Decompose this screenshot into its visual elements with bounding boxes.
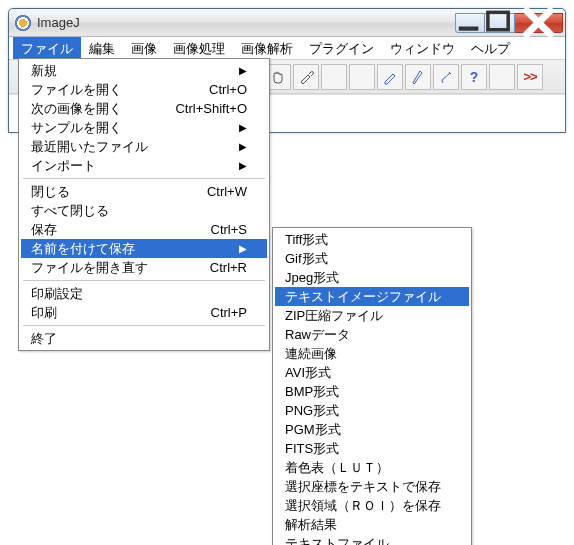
minimize-button[interactable] [455, 13, 485, 33]
menu-item-label: すべて閉じる [31, 202, 247, 220]
tool-help[interactable]: ? [461, 64, 487, 90]
menu-image-label: 画像 [131, 41, 157, 56]
menu-separator [23, 280, 265, 281]
menu-window-label: ウィンドウ [390, 41, 455, 56]
saveas-xy[interactable]: 選択座標をテキストで保存 [275, 477, 469, 496]
saveas-text[interactable]: テキストファイル [275, 534, 469, 545]
menu-edit[interactable]: 編集 [81, 37, 123, 59]
menu-analyze-label: 画像解析 [241, 41, 293, 56]
menu-file-label: ファイル [21, 41, 73, 56]
saveas-png[interactable]: PNG形式 [275, 401, 469, 420]
file-menu: 新規 ▶ ファイルを開く Ctrl+O 次の画像を開く Ctrl+Shift+O… [18, 58, 270, 351]
menu-analyze[interactable]: 画像解析 [233, 37, 301, 59]
tool-pencil[interactable] [377, 64, 403, 90]
tool-spray[interactable] [433, 64, 459, 90]
maximize-button[interactable] [485, 13, 515, 33]
menu-window[interactable]: ウィンドウ [382, 37, 463, 59]
menu-item-recent[interactable]: 最近開いたファイル ▶ [21, 137, 267, 156]
menu-item-label: 新規 [31, 62, 229, 80]
maximize-icon [485, 8, 514, 37]
menu-item-open-sample[interactable]: サンプルを開く ▶ [21, 118, 267, 137]
menu-item-open[interactable]: ファイルを開く Ctrl+O [21, 80, 267, 99]
menu-plugins[interactable]: プラグイン [301, 37, 382, 59]
menu-process-label: 画像処理 [173, 41, 225, 56]
menu-item-label: 着色表（ＬＵＴ） [285, 459, 449, 477]
menu-item-label: 閉じる [31, 183, 187, 201]
menu-item-label: AVI形式 [285, 364, 449, 382]
menu-image[interactable]: 画像 [123, 37, 165, 59]
window-title: ImageJ [37, 15, 455, 30]
menu-item-print[interactable]: 印刷 Ctrl+P [21, 303, 267, 322]
menu-shortcut: Ctrl+W [207, 184, 247, 199]
menu-item-label: 最近開いたファイル [31, 138, 229, 156]
app-icon [15, 15, 31, 31]
menu-shortcut: Ctrl+Shift+O [175, 101, 247, 116]
saveas-results[interactable]: 解析結果 [275, 515, 469, 534]
menu-item-new[interactable]: 新規 ▶ [21, 61, 267, 80]
menu-item-label: Gif形式 [285, 250, 449, 268]
menu-item-label: 印刷設定 [31, 285, 247, 303]
menu-item-quit[interactable]: 終了 [21, 329, 267, 348]
menu-item-label: Tiff形式 [285, 231, 449, 249]
menu-item-label: 次の画像を開く [31, 100, 155, 118]
menu-item-label: 保存 [31, 221, 191, 239]
saveas-zip[interactable]: ZIP圧縮ファイル [275, 306, 469, 325]
saveas-sequence[interactable]: 連続画像 [275, 344, 469, 363]
menu-item-label: 選択座標をテキストで保存 [285, 478, 449, 496]
tool-dropper[interactable] [293, 64, 319, 90]
tool-brush[interactable] [405, 64, 431, 90]
saveas-jpeg[interactable]: Jpeg形式 [275, 268, 469, 287]
tool-more[interactable]: >> [517, 64, 543, 90]
brush-icon [410, 69, 426, 85]
saveas-pgm[interactable]: PGM形式 [275, 420, 469, 439]
menu-shortcut: Ctrl+P [211, 305, 247, 320]
close-button[interactable] [515, 13, 563, 33]
menu-shortcut: Ctrl+S [211, 222, 247, 237]
menu-process[interactable]: 画像処理 [165, 37, 233, 59]
saveas-lut[interactable]: 着色表（ＬＵＴ） [275, 458, 469, 477]
menu-item-label: テキストイメージファイル [285, 288, 449, 306]
saveas-text-image[interactable]: テキストイメージファイル [275, 287, 469, 306]
saveas-tiff[interactable]: Tiff形式 [275, 230, 469, 249]
menu-item-open-next[interactable]: 次の画像を開く Ctrl+Shift+O [21, 99, 267, 118]
menu-item-revert[interactable]: ファイルを開き直す Ctrl+R [21, 258, 267, 277]
menu-item-label: サンプルを開く [31, 119, 229, 137]
saveas-gif[interactable]: Gif形式 [275, 249, 469, 268]
pencil-icon [382, 69, 398, 85]
submenu-arrow-icon: ▶ [239, 141, 247, 152]
saveas-roi[interactable]: 選択領域（ＲＯＩ）を保存 [275, 496, 469, 515]
menu-help[interactable]: ヘルプ [463, 37, 518, 59]
menu-item-page-setup[interactable]: 印刷設定 [21, 284, 267, 303]
menu-item-label: Jpeg形式 [285, 269, 449, 287]
tool-blank-2[interactable] [349, 64, 375, 90]
menu-item-save[interactable]: 保存 Ctrl+S [21, 220, 267, 239]
tool-blank-1[interactable] [321, 64, 347, 90]
menu-item-close[interactable]: 閉じる Ctrl+W [21, 182, 267, 201]
dropper-icon [298, 69, 314, 85]
menu-item-label: 解析結果 [285, 516, 449, 534]
saveas-fits[interactable]: FITS形式 [275, 439, 469, 458]
submenu-arrow-icon: ▶ [239, 122, 247, 133]
menu-item-label: ファイルを開く [31, 81, 189, 99]
menu-item-label: FITS形式 [285, 440, 449, 458]
hand-icon [270, 69, 286, 85]
saveas-avi[interactable]: AVI形式 [275, 363, 469, 382]
menu-item-close-all[interactable]: すべて閉じる [21, 201, 267, 220]
menubar: ファイル 編集 画像 画像処理 画像解析 プラグイン ウィンドウ ヘルプ [9, 37, 565, 59]
saveas-raw[interactable]: Rawデータ [275, 325, 469, 344]
window-controls [455, 13, 563, 33]
menu-item-import[interactable]: インポート ▶ [21, 156, 267, 175]
saveas-bmp[interactable]: BMP形式 [275, 382, 469, 401]
tool-blank-3[interactable] [489, 64, 515, 90]
menu-item-label: インポート [31, 157, 229, 175]
submenu-arrow-icon: ▶ [239, 243, 247, 254]
submenu-arrow-icon: ▶ [239, 160, 247, 171]
menu-shortcut: Ctrl+O [209, 82, 247, 97]
menu-item-label: テキストファイル [285, 535, 449, 546]
titlebar[interactable]: ImageJ [9, 9, 565, 37]
menu-item-save-as[interactable]: 名前を付けて保存 ▶ [21, 239, 267, 258]
menu-file[interactable]: ファイル [13, 37, 81, 59]
menu-plugins-label: プラグイン [309, 41, 374, 56]
svg-rect-1 [488, 12, 508, 29]
menu-item-label: 連続画像 [285, 345, 449, 363]
